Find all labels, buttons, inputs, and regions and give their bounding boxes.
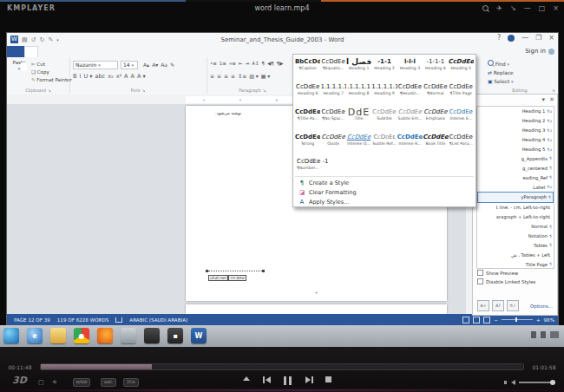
ribbon-tab[interactable] — [38, 46, 50, 57]
zoom-out-icon[interactable]: − — [494, 317, 498, 323]
cut-button[interactable]: ✂ Cut — [31, 61, 72, 69]
style-gallery-item[interactable]: 1.1.1.1.1 Heading 7 — [320, 82, 345, 107]
print-layout-icon[interactable] — [473, 317, 480, 323]
style-gallery-item[interactable]: CcDdEe Book Title — [423, 132, 448, 157]
paragraph-format-button[interactable]: ▨ ▾ — [249, 73, 259, 79]
pane-close-icon[interactable]: ✕ — [549, 96, 554, 103]
resize-icon[interactable]: ↘ — [510, 4, 516, 12]
ribbon-tab[interactable] — [123, 46, 135, 57]
disable-linked-styles-checkbox[interactable]: Disable Linked Styles — [477, 278, 535, 284]
paragraph-tool-button[interactable]: «≡ — [229, 61, 236, 66]
styles-pane-item[interactable]: t line: - cm, Left-to-right — [477, 203, 554, 212]
font-format-button[interactable]: I — [79, 73, 81, 80]
checkbox-icon[interactable] — [477, 278, 483, 284]
select-button[interactable]: ▣ Select ▾ — [488, 77, 514, 86]
style-gallery-item[interactable]: CcDdEe Heading 5 — [449, 56, 474, 82]
styles-pane-item[interactable]: Heading 2 ¶a — [477, 116, 554, 126]
paragraph-tool-button[interactable]: 1≡ — [220, 61, 226, 66]
paragraph-format-button[interactable]: ▦ ▾ — [261, 73, 271, 79]
font-name-combo[interactable]: Nazanin ▾ — [73, 61, 118, 69]
style-gallery-item[interactable]: .1.1.1.1 Heading 8 — [346, 82, 371, 107]
paragraph-format-button[interactable]: ↕≡ — [238, 73, 246, 79]
styles-options-link[interactable]: Options... — [530, 304, 553, 309]
styles-pane-item[interactable]: Notation ¶ — [477, 232, 554, 241]
search-icon[interactable] — [482, 5, 489, 11]
dialog-launcher-icon[interactable]: ↘ — [48, 88, 51, 93]
style-gallery-item[interactable]: DdE Title — [346, 107, 371, 132]
ribbon-tab[interactable] — [111, 46, 123, 57]
page-indicator[interactable]: PAGE 12 OF 39 — [14, 317, 50, 323]
pin-icon[interactable]: ✈ — [496, 4, 502, 12]
style-gallery-item[interactable]: BbCcDdEe ¶Caption — [295, 56, 320, 82]
paste-button[interactable]: Paste ▾ — [10, 60, 29, 72]
paragraph-tool-button[interactable]: ⇥ — [246, 61, 250, 66]
word-close-button[interactable]: × — [548, 34, 554, 42]
replace-button[interactable]: ⇄ Replace — [488, 69, 514, 77]
styles-pane-item[interactable]: aragraph + Left-to-right — [477, 212, 554, 222]
settings-gear-icon[interactable]: ✳ — [52, 379, 57, 386]
maximize-button[interactable]: □ — [539, 4, 546, 12]
eject-button[interactable] — [243, 376, 250, 381]
seek-bar[interactable] — [40, 363, 524, 370]
word-count[interactable]: 119 OF 6228 WORDS — [57, 317, 109, 323]
style-gallery-item[interactable]: CcDdEe ¶No Spac... — [320, 107, 345, 132]
style-gallery-item[interactable]: CcDdEe ¶Headin... — [397, 82, 423, 107]
paragraph-format-button[interactable]: ≡ — [231, 73, 235, 79]
copy-button[interactable]: ❏ Copy — [31, 69, 72, 76]
sign-in[interactable]: Sign in — [525, 48, 554, 55]
style-gallery-item[interactable]: CcDdEe Intense E... — [449, 107, 474, 132]
font-format-button[interactable]: abc — [95, 73, 105, 80]
paragraph-format-button[interactable]: ≡ — [224, 73, 228, 79]
font-format-button[interactable]: x² — [116, 73, 121, 80]
word-minimize-button[interactable]: — — [521, 34, 528, 42]
styles-pane-tool-button[interactable]: A? — [492, 300, 504, 311]
footnote-separator-line[interactable] — [208, 271, 262, 273]
player-title-bar[interactable]: KMPLAYER word learn.mp4 ✈ ↘ — □ × — [0, 2, 564, 14]
channel-badge[interactable]: 2CH — [123, 378, 139, 387]
styles-pane-item[interactable]: Normal ¶ — [477, 222, 554, 232]
format-painter-button[interactable]: ✎ Format Painter — [31, 76, 72, 84]
pause-button[interactable] — [284, 376, 292, 385]
styles-pane-item[interactable]: Tables ¶ — [477, 240, 554, 250]
paragraph-tool-button[interactable]: ¶ — [262, 61, 266, 66]
zoom-level[interactable]: 98% — [544, 317, 554, 323]
font-tool-button[interactable]: ✎ — [170, 62, 174, 68]
ribbon-tab[interactable] — [75, 46, 87, 57]
style-gallery-item[interactable]: CcDdEe ¶Equatio... — [320, 56, 345, 82]
font-tool-button[interactable]: Aa — [161, 62, 167, 68]
language-indicator[interactable]: ARABIC (SAUDI ARABIA) — [129, 317, 187, 323]
paragraph-tool-button[interactable]: ⇤ — [239, 61, 243, 66]
style-gallery-item[interactable]: CcDdEe ¶List Para... — [449, 132, 474, 157]
style-gallery-item[interactable]: CcDdEe Heading 6 — [295, 82, 320, 107]
minimize-button[interactable]: — — [524, 4, 531, 12]
pane-dropdown-icon[interactable]: ▾ — [542, 96, 546, 103]
styles-pane-item[interactable]: yParagraph ¶ — [477, 192, 554, 203]
font-format-button[interactable]: A — [131, 73, 134, 80]
paragraph-tool-button[interactable]: ◀¶ — [267, 61, 274, 66]
gallery-menu-item[interactable]: ¶ Create a Style — [297, 178, 472, 187]
style-gallery-number-item[interactable]: CcDdEe -1 ¶Number... — [295, 157, 474, 177]
zoom-slider[interactable] — [502, 319, 533, 320]
font-format-button[interactable]: A ▾ — [137, 73, 146, 80]
font-format-button[interactable]: A — [124, 73, 128, 80]
account-icon[interactable] — [508, 35, 515, 42]
checkbox-icon[interactable] — [477, 270, 483, 276]
style-gallery-item[interactable]: CcDdEe Intense Q... — [346, 132, 371, 157]
styles-pane-item[interactable]: Heading 1 ¶a — [477, 107, 554, 116]
style-gallery-item[interactable]: CcDdEe Subtle Em... — [397, 107, 423, 132]
web-layout-icon[interactable] — [483, 317, 490, 323]
paragraph-format-button[interactable]: ≡ — [217, 73, 221, 79]
dialog-launcher-icon[interactable]: ↘ — [263, 88, 266, 93]
read-mode-icon[interactable] — [462, 317, 469, 323]
screen-mode-icon[interactable]: ▢ — [38, 379, 44, 386]
volume-slider[interactable] — [519, 382, 555, 383]
font-format-button[interactable]: U ▾ — [83, 73, 92, 80]
paragraph-tool-button[interactable]: ¶▶ — [277, 61, 284, 66]
dialog-launcher-icon[interactable]: ↘ — [141, 88, 145, 93]
previous-button[interactable] — [263, 376, 271, 383]
paste-dropdown-icon[interactable]: ▾ — [18, 66, 21, 71]
style-gallery-item[interactable]: CcDdEe Strong — [295, 132, 320, 157]
ribbon-tab[interactable] — [50, 46, 62, 57]
paragraph-tool-button[interactable]: A↕ — [252, 61, 259, 66]
style-gallery-item[interactable]: -1-1-1 Heading 4 — [423, 56, 448, 82]
